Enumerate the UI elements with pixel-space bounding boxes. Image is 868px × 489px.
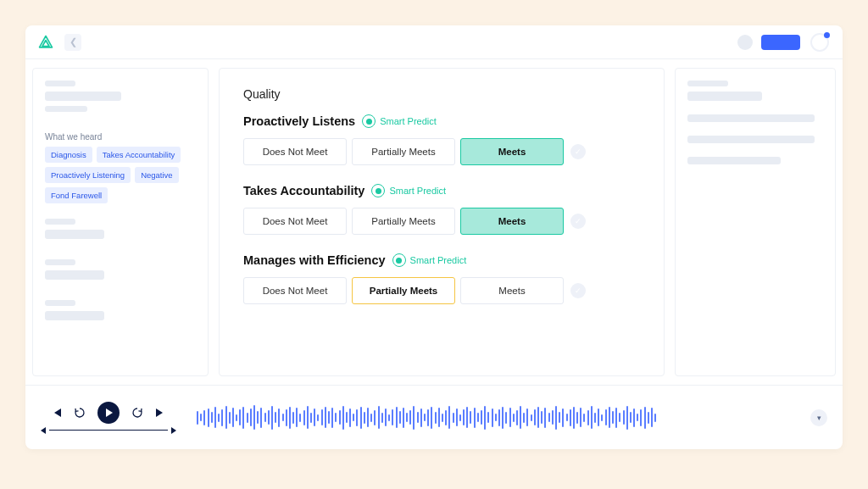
option-pm[interactable]: Partially Meets: [352, 277, 455, 304]
section-heading: Quality: [243, 87, 640, 101]
audio-player: ▾: [25, 385, 843, 449]
smart-predict-badge: Smart Predict: [371, 184, 446, 197]
skip-back-button[interactable]: [52, 408, 62, 418]
right-panel: [675, 68, 836, 376]
play-icon: [106, 408, 113, 417]
play-button[interactable]: [97, 402, 120, 424]
rewind-button[interactable]: [74, 407, 86, 419]
topbar: ❮: [25, 25, 843, 59]
option-m[interactable]: Meets: [460, 138, 564, 165]
forward-button[interactable]: [131, 407, 143, 419]
option-pm[interactable]: Partially Meets: [352, 208, 455, 235]
waveform[interactable]: [197, 403, 790, 432]
logo-icon: [37, 34, 54, 51]
app-window: ❮ What we heard DiagnosisTakes Accountab…: [25, 25, 843, 449]
skip-forward-button[interactable]: [155, 408, 165, 418]
player-controls: [41, 402, 176, 434]
volume-up-icon: [171, 427, 176, 434]
avatar[interactable]: [737, 35, 753, 50]
back-button[interactable]: ❮: [64, 34, 81, 51]
criterion: Proactively ListensSmart PredictDoes Not…: [243, 114, 640, 165]
confirm-icon[interactable]: ✓: [570, 283, 586, 298]
option-dnm[interactable]: Does Not Meet: [243, 277, 347, 304]
option-m[interactable]: Meets: [460, 277, 564, 304]
tag-fond-farewell[interactable]: Fond Farewell: [45, 187, 108, 203]
tag-list: DiagnosisTakes AccountabilityProactively…: [45, 147, 196, 203]
left-panel: What we heard DiagnosisTakes Accountabil…: [32, 68, 209, 376]
option-dnm[interactable]: Does Not Meet: [243, 208, 347, 235]
primary-action-button[interactable]: [761, 35, 800, 50]
tag-negative[interactable]: Negative: [135, 167, 179, 183]
smart-predict-icon: [392, 253, 406, 267]
criterion-name: Manages with Efficiency: [243, 253, 386, 267]
criterion: Takes AccountabilitySmart PredictDoes No…: [243, 184, 640, 235]
criterion: Manages with EfficiencySmart PredictDoes…: [243, 253, 640, 304]
confirm-icon[interactable]: ✓: [570, 144, 586, 159]
criterion-name: Proactively Listens: [243, 114, 355, 128]
center-panel: Quality Proactively ListensSmart Predict…: [219, 68, 665, 376]
main-body: What we heard DiagnosisTakes Accountabil…: [25, 59, 843, 385]
smart-predict-badge: Smart Predict: [362, 114, 437, 128]
volume-down-icon: [41, 427, 46, 434]
smart-predict-icon: [362, 114, 376, 128]
option-pm[interactable]: Partially Meets: [352, 138, 455, 165]
option-dnm[interactable]: Does Not Meet: [243, 138, 347, 165]
criterion-name: Takes Accountability: [243, 184, 364, 197]
notification-button[interactable]: [809, 31, 831, 53]
notification-dot-icon: [824, 32, 830, 38]
section-title: What we heard: [45, 132, 196, 142]
smart-predict-icon: [371, 184, 385, 197]
confirm-icon[interactable]: ✓: [570, 214, 586, 229]
volume-slider[interactable]: [41, 427, 176, 434]
expand-player-button[interactable]: ▾: [810, 409, 827, 426]
topbar-right: [737, 31, 831, 53]
what-we-heard-section: What we heard DiagnosisTakes Accountabil…: [45, 132, 196, 203]
tag-takes-accountability[interactable]: Takes Accountability: [97, 147, 181, 163]
smart-predict-badge: Smart Predict: [392, 253, 467, 267]
option-m[interactable]: Meets: [460, 208, 564, 235]
tag-diagnosis[interactable]: Diagnosis: [45, 147, 92, 163]
tag-proactively-listening[interactable]: Proactively Listening: [45, 167, 131, 183]
